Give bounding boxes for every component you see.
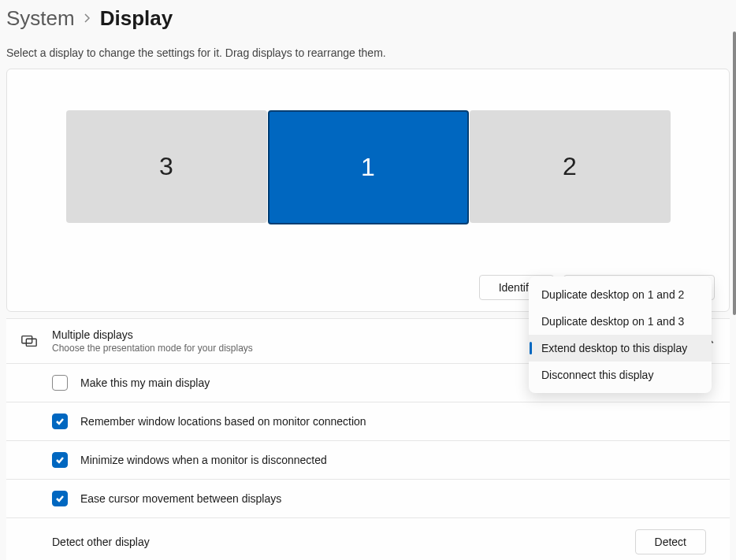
extend-displays-menu: Duplicate desktop on 1 and 2 Duplicate d… [529, 276, 712, 393]
breadcrumb: System Display [0, 0, 736, 31]
menu-item-extend-desktop[interactable]: Extend desktop to this display [529, 335, 712, 362]
detect-button[interactable]: Detect [635, 529, 706, 554]
option-detect-other: Detect other display Detect [6, 517, 730, 560]
monitors-row: 3 1 2 [7, 69, 729, 224]
breadcrumb-parent[interactable]: System [6, 6, 75, 31]
monitor-3[interactable]: 3 [66, 110, 267, 223]
scrollbar-thumb[interactable] [733, 32, 736, 315]
monitor-2[interactable]: 2 [470, 110, 671, 223]
label-remember-windows: Remember window locations based on monit… [80, 415, 714, 428]
check-icon [55, 455, 65, 465]
breadcrumb-current: Display [100, 6, 173, 31]
option-ease-cursor: Ease cursor movement between displays [6, 479, 730, 517]
option-remember-windows: Remember window locations based on monit… [6, 402, 730, 440]
label-minimize-windows: Minimize windows when a monitor is disco… [80, 454, 714, 466]
svg-rect-0 [22, 336, 32, 343]
page-subtitle: Select a display to change the settings … [0, 31, 736, 69]
check-icon [55, 494, 65, 503]
checkbox-ease-cursor[interactable] [52, 491, 68, 506]
svg-rect-1 [26, 339, 36, 346]
checkbox-main-display[interactable] [52, 375, 68, 391]
chevron-right-icon [83, 10, 92, 27]
option-minimize-windows: Minimize windows when a monitor is disco… [6, 440, 730, 479]
checkbox-minimize-windows[interactable] [52, 452, 68, 468]
display-arrangement-panel: 3 1 2 Identify Extend these displays Dup… [6, 69, 730, 312]
label-detect-other: Detect other display [52, 536, 635, 548]
check-icon [55, 417, 65, 426]
checkbox-remember-windows[interactable] [52, 414, 68, 429]
menu-item-disconnect[interactable]: Disconnect this display [529, 362, 712, 388]
label-ease-cursor: Ease cursor movement between displays [80, 492, 714, 505]
monitor-1-selected[interactable]: 1 [268, 110, 469, 224]
displays-icon [20, 332, 38, 350]
menu-item-duplicate-1-2[interactable]: Duplicate desktop on 1 and 2 [529, 281, 712, 308]
menu-item-duplicate-1-3[interactable]: Duplicate desktop on 1 and 3 [529, 308, 712, 335]
